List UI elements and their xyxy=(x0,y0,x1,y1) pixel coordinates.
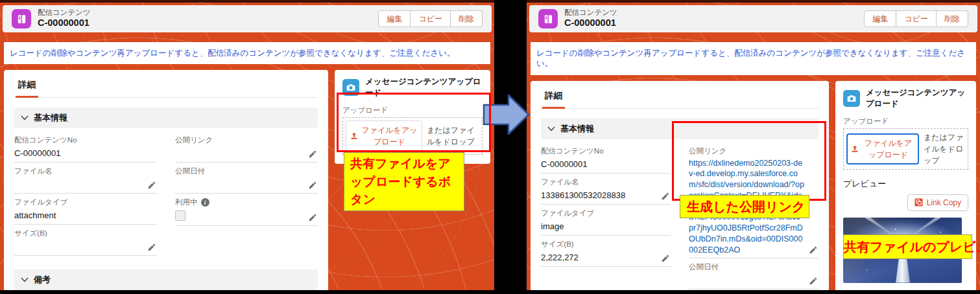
camera-icon xyxy=(843,90,860,107)
annotation-note-upload-button: 共有ファイルをアップロードするボタン xyxy=(344,152,464,211)
edit-button[interactable]: 編集 xyxy=(378,10,411,27)
field-file-type-label: ファイルタイプ xyxy=(541,209,671,218)
field-file-type: ファイルタイプ attachment xyxy=(14,198,157,225)
record-header-text: 配信コンテンツ C-00000001 xyxy=(38,8,91,28)
tab-bar: 詳細 xyxy=(541,89,819,109)
delete-button[interactable]: 削除 xyxy=(451,10,483,27)
field-file-name-value: 133861300532028838 xyxy=(541,190,657,201)
copy-button[interactable]: コピー xyxy=(896,10,937,27)
upload-icon xyxy=(850,144,859,153)
chevron-down-icon xyxy=(21,277,29,282)
upload-file-button-label: ファイルをアップロード xyxy=(861,137,915,161)
copy-button[interactable]: コピー xyxy=(411,10,451,27)
field-public-link-value xyxy=(175,148,304,159)
preview-section-label: プレビュー xyxy=(843,178,968,190)
edit-pencil-icon[interactable] xyxy=(308,181,318,190)
field-in-use-label: 利用中 xyxy=(175,198,198,207)
entity-label: 配信コンテンツ xyxy=(564,8,617,17)
field-content-no-value: C-00000001 xyxy=(14,148,157,159)
record-header: 配信コンテンツ C-00000001 編集 コピー 削除 xyxy=(529,5,977,32)
edit-pencil-icon[interactable] xyxy=(308,150,318,159)
edit-pencil-icon[interactable] xyxy=(147,243,157,253)
field-public-date-value xyxy=(175,179,304,190)
field-public-date: 公開日付 xyxy=(175,166,318,194)
entity-label: 配信コンテンツ xyxy=(38,8,91,17)
annotation-box-upload-button xyxy=(337,93,491,152)
field-file-name-label: ファイル名 xyxy=(541,177,671,187)
file-drop-zone[interactable]: ファイルをアップロード またはファイルをドロップ xyxy=(843,128,968,170)
annotation-note-preview: 共有ファイルのプレビュ xyxy=(843,234,972,259)
upload-file-button[interactable]: ファイルをアップロード xyxy=(846,133,919,164)
field-size-label: サイズ(B) xyxy=(14,229,157,238)
record-name: C-00000001 xyxy=(564,17,617,28)
in-use-checkbox[interactable] xyxy=(175,210,185,221)
link-copy-button[interactable]: Link Copy xyxy=(907,194,968,211)
section-basic-label: 基本情報 xyxy=(34,112,67,124)
chevron-down-icon xyxy=(21,115,29,120)
tab-bar: 詳細 xyxy=(14,78,318,98)
field-file-type-value: attachment xyxy=(14,210,157,221)
field-file-type-label: ファイルタイプ xyxy=(14,198,157,207)
link-copy-label: Link Copy xyxy=(927,198,961,207)
field-content-no-label: 配信コンテンツNo xyxy=(541,146,671,156)
edit-pencil-icon[interactable] xyxy=(147,181,157,190)
chevron-down-icon xyxy=(547,126,555,131)
field-size: サイズ(B) 2,222,272 xyxy=(541,240,671,267)
field-file-type-value: image xyxy=(541,221,671,232)
record-header: 配信コンテンツ C-00000001 編集 コピー 削除 xyxy=(3,5,492,32)
delete-button[interactable]: 削除 xyxy=(937,10,968,27)
tab-details[interactable]: 詳細 xyxy=(16,78,38,98)
upload-card-title: メッセージコンテンツアップロード xyxy=(866,87,968,109)
detail-card: 詳細 基本情報 配信コンテンツNo C-00000001 ファイル名 xyxy=(4,70,328,290)
field-file-type: ファイルタイプ image xyxy=(541,209,671,236)
field-file-name: ファイル名 133861300532028838 xyxy=(541,177,671,205)
upload-section-label: アップロード xyxy=(843,117,968,126)
annotation-note-public-link: 生成した公開リンク xyxy=(680,195,809,218)
link-copy-icon xyxy=(914,198,923,207)
tab-details[interactable]: 詳細 xyxy=(542,89,565,109)
record-header-text: 配信コンテンツ C-00000001 xyxy=(564,8,617,28)
section-notes-label: 備考 xyxy=(34,274,51,286)
field-content-no: 配信コンテンツNo C-00000001 xyxy=(14,135,157,163)
edit-pencil-icon[interactable] xyxy=(809,277,819,286)
field-content-no: 配信コンテンツNo C-00000001 xyxy=(541,146,671,174)
record-object-icon xyxy=(12,9,31,28)
drop-files-label: またはファイルをドロップ xyxy=(924,131,965,166)
field-file-name-value xyxy=(14,179,143,190)
warning-banner: レコードの削除やコンテンツ再アップロードすると、配信済みのコンテンツが参照できな… xyxy=(4,42,490,64)
edit-pencil-icon[interactable] xyxy=(308,213,318,223)
field-in-use: 利用中 xyxy=(175,198,318,226)
field-public-link: 公開リンク xyxy=(175,135,318,163)
field-size: サイズ(B) xyxy=(14,229,157,256)
section-basic-label: 基本情報 xyxy=(560,123,594,135)
warning-banner: レコードの削除やコンテンツ再アップロードすると、配信済みのコンテンツが参照できな… xyxy=(531,42,976,75)
edit-pencil-icon[interactable] xyxy=(661,254,671,264)
field-size-value xyxy=(14,242,143,253)
field-public-link-label: 公開リンク xyxy=(175,135,318,145)
field-public-date-value xyxy=(689,275,805,286)
edit-pencil-icon[interactable] xyxy=(661,192,671,201)
record-action-buttons: 編集 コピー 削除 xyxy=(378,10,483,27)
record-name: C-00000001 xyxy=(38,17,91,28)
edit-button[interactable]: 編集 xyxy=(864,10,896,27)
section-basic-info[interactable]: 基本情報 xyxy=(14,107,318,128)
field-content-no-value: C-00000001 xyxy=(541,159,671,170)
field-file-name-label: ファイル名 xyxy=(14,166,157,176)
field-public-date: 公開日付 xyxy=(689,262,819,289)
info-icon[interactable] xyxy=(201,198,209,207)
edit-pencil-icon[interactable] xyxy=(809,245,819,255)
field-public-date-label: 公開日付 xyxy=(175,166,318,176)
section-notes[interactable]: 備考 xyxy=(14,269,318,290)
field-size-label: サイズ(B) xyxy=(541,240,671,249)
field-public-date-label: 公開日付 xyxy=(689,262,819,272)
field-file-name: ファイル名 xyxy=(14,166,157,194)
field-content-no-label: 配信コンテンツNo xyxy=(14,135,157,145)
field-size-value: 2,222,272 xyxy=(541,253,657,264)
record-object-icon xyxy=(538,9,558,28)
annotation-box-public-link xyxy=(672,121,826,201)
record-action-buttons: 編集 コピー 削除 xyxy=(864,10,968,27)
